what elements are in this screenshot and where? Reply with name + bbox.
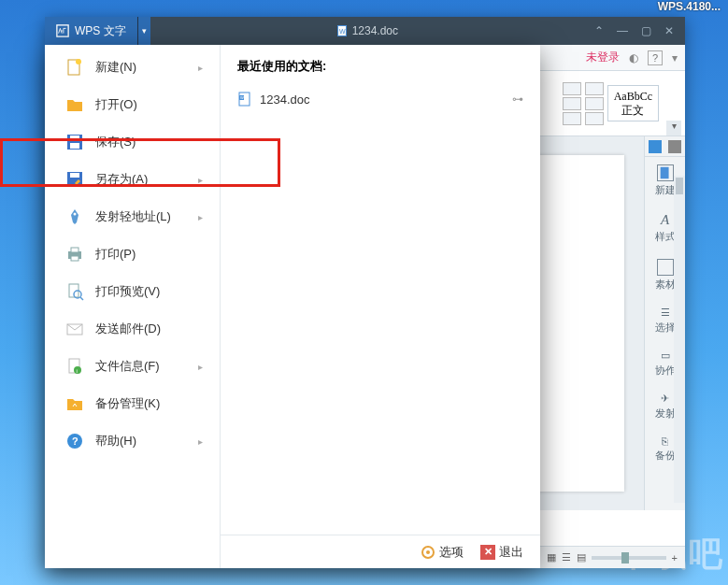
svg-rect-4: [660, 167, 668, 178]
ribbon-group-1: [563, 82, 581, 125]
svg-point-6: [76, 59, 81, 64]
backup-folder-icon: [65, 394, 84, 413]
ribbon-btn[interactable]: [563, 97, 581, 110]
side-tab[interactable]: [649, 140, 662, 153]
skin-icon[interactable]: ◐: [629, 51, 638, 64]
menu-label: 帮助(H): [95, 433, 136, 449]
ribbon-group-2: [585, 82, 604, 125]
view-btn[interactable]: ☰: [562, 551, 571, 564]
doc-name-label: 1234.doc: [352, 24, 398, 37]
menu-label: 另存为(A): [95, 171, 148, 188]
menu-item-open[interactable]: 打开(O): [45, 86, 220, 123]
side-label: 备份: [655, 449, 676, 463]
options-button[interactable]: 选项: [421, 544, 464, 561]
svg-rect-15: [71, 256, 79, 261]
ribbon-btn[interactable]: [585, 97, 604, 110]
side-panel-tabs: [645, 136, 685, 157]
file-new-icon: [657, 164, 674, 181]
rocket-small-icon: [65, 207, 84, 226]
recent-files-header: 最近使用的文档:: [237, 58, 523, 75]
close-button[interactable]: ✕: [664, 24, 674, 37]
file-menu-footer: 选项 ✕ 退出: [221, 535, 540, 568]
view-btn[interactable]: ▤: [577, 551, 586, 564]
help-icon[interactable]: ?: [648, 50, 663, 65]
scroll-thumb[interactable]: [676, 178, 683, 194]
file-menu-dropdown: 新建(N) ▸ 打开(O) 保存(S) 另存为(A) ▸ 发射轻地址(L) ▸ …: [45, 45, 540, 568]
menu-item-send-mail[interactable]: 发送邮件(D): [45, 310, 220, 348]
doc-icon: W: [335, 24, 349, 37]
print-preview-icon: [65, 282, 84, 301]
svg-rect-11: [70, 173, 79, 178]
submenu-arrow-icon: ▸: [198, 212, 203, 222]
menu-item-print-preview[interactable]: 打印预览(V): [45, 273, 220, 310]
file-menu-list: 新建(N) ▸ 打开(O) 保存(S) 另存为(A) ▸ 发射轻地址(L) ▸ …: [45, 45, 221, 568]
menu-item-file-info[interactable]: i 文件信息(F) ▸: [45, 348, 220, 385]
ribbon-expand-icon[interactable]: ▾: [666, 121, 681, 136]
titlebar: WPS 文字 ▾ W 1234.doc ⌃ — ▢ ✕: [45, 17, 685, 45]
mail-icon: [65, 320, 84, 338]
side-label: 协作: [655, 364, 676, 378]
svg-text:i: i: [77, 368, 78, 374]
document-tab[interactable]: W 1234.doc: [335, 24, 398, 37]
submenu-arrow-icon: ▸: [198, 63, 203, 73]
style-preview-button[interactable]: AaBbCc 正文: [607, 85, 659, 121]
menu-label: 保存(S): [95, 134, 136, 150]
app-menu-caret[interactable]: ▾: [137, 17, 150, 45]
minimize-button[interactable]: —: [617, 24, 628, 37]
ribbon-collapse-icon[interactable]: ⌃: [594, 24, 604, 37]
more-caret-icon[interactable]: ▾: [672, 51, 678, 64]
side-tab[interactable]: [668, 140, 681, 153]
svg-text:?: ?: [72, 435, 79, 447]
app-menu-tab[interactable]: WPS 文字: [45, 17, 137, 45]
svg-point-12: [74, 213, 77, 216]
login-status[interactable]: 未登录: [586, 50, 620, 65]
exit-button[interactable]: ✕ 退出: [480, 544, 523, 561]
style-icon: A: [661, 212, 669, 228]
svg-text:W: W: [240, 95, 244, 100]
menu-label: 新建(N): [95, 59, 136, 76]
menu-item-save[interactable]: 保存(S): [45, 123, 220, 161]
new-file-icon: [65, 58, 84, 77]
help-circle-icon: ?: [65, 432, 84, 450]
ribbon-btn[interactable]: [585, 112, 604, 125]
zoom-slider[interactable]: [592, 556, 666, 560]
side-label: 发射: [655, 407, 676, 421]
side-label: 素材: [655, 278, 676, 292]
menu-label: 备份管理(K): [95, 395, 160, 412]
menu-item-new[interactable]: 新建(N) ▸: [45, 49, 220, 86]
ribbon-btn[interactable]: [563, 82, 581, 95]
svg-line-18: [80, 297, 83, 300]
menu-item-help[interactable]: ? 帮助(H) ▸: [45, 422, 220, 460]
menu-item-backup-manage[interactable]: 备份管理(K): [45, 385, 220, 422]
view-btn[interactable]: ▦: [547, 551, 556, 564]
svg-text:W: W: [339, 28, 346, 35]
pin-icon[interactable]: ⊶: [512, 93, 523, 106]
submenu-arrow-icon: ▸: [198, 436, 203, 447]
svg-rect-8: [70, 136, 79, 140]
style-name: 正文: [614, 104, 652, 117]
vertical-scrollbar[interactable]: [674, 176, 685, 503]
collab-icon: ▭: [661, 350, 670, 362]
menu-label: 发送邮件(D): [95, 321, 161, 337]
exit-x-icon: ✕: [480, 545, 495, 560]
submenu-arrow-icon: ▸: [198, 175, 203, 185]
ribbon-btn[interactable]: [563, 112, 581, 125]
zoom-in[interactable]: +: [672, 552, 678, 564]
menu-item-launch-light-address[interactable]: 发射轻地址(L) ▸: [45, 198, 220, 235]
rocket-icon: ✈: [661, 392, 669, 405]
ribbon-btn[interactable]: [585, 82, 604, 95]
menu-label: 打印预览(V): [95, 283, 160, 300]
zoom-thumb[interactable]: [621, 552, 629, 564]
menu-label: 打印(P): [95, 246, 136, 263]
save-disk-icon: [65, 133, 84, 151]
material-icon: [657, 259, 674, 276]
recent-file-item[interactable]: W 1234.doc ⊶: [237, 88, 523, 110]
maximize-button[interactable]: ▢: [641, 24, 651, 37]
exit-label: 退出: [499, 544, 523, 561]
recent-file-name: 1234.doc: [260, 93, 310, 107]
menu-label: 发射轻地址(L): [95, 208, 171, 225]
menu-item-save-as[interactable]: 另存为(A) ▸: [45, 161, 220, 198]
menu-item-print[interactable]: 打印(P): [45, 235, 220, 273]
file-info-icon: i: [65, 357, 84, 376]
wps-logo-icon: [56, 24, 69, 37]
